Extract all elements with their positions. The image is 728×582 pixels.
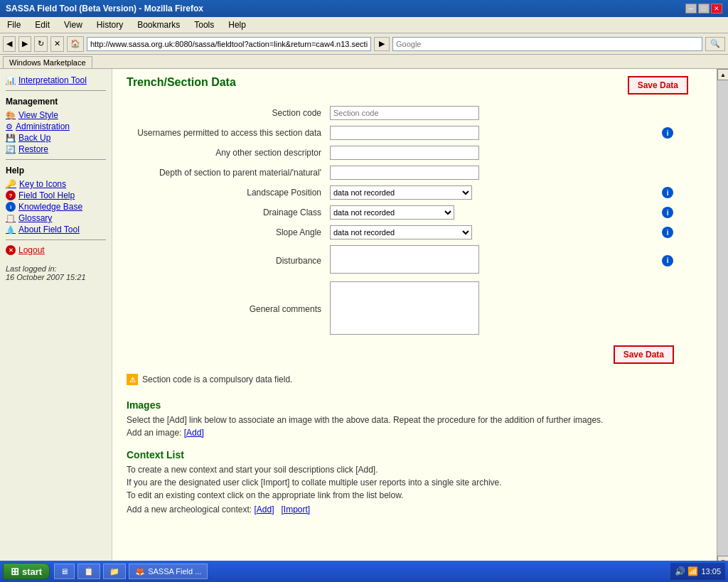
sidebar-item-back-up[interactable]: 💾 Back Up — [6, 132, 106, 144]
depth-input[interactable] — [330, 166, 479, 180]
key-icon: 🔑 — [6, 179, 16, 189]
minimize-button[interactable]: ─ — [685, 4, 697, 14]
section-code-label: Section code — [127, 103, 326, 123]
backup-icon: 💾 — [6, 134, 16, 143]
drainage-class-label: Drainage Class — [127, 203, 326, 222]
divider-1 — [6, 90, 106, 91]
sidebar-item-key-to-icons[interactable]: 🔑 Key to Icons — [6, 178, 106, 190]
search-input[interactable] — [392, 37, 702, 51]
general-comments-label: General comments — [127, 279, 326, 340]
back-button[interactable]: ◀ — [3, 36, 16, 52]
context-import-link[interactable]: [Import] — [282, 505, 311, 514]
scrollbar[interactable]: ▲ ▼ — [717, 69, 728, 567]
home-button[interactable]: 🏠 — [67, 36, 84, 52]
context-add-row: Add a new archeological context: [Add] [… — [127, 505, 702, 514]
landscape-row: Landscape Position data not recorded fla… — [127, 183, 702, 203]
form-table: Section code Usernames permitted to acce… — [127, 103, 702, 340]
about-icon: 💧 — [6, 225, 16, 235]
slope-angle-select[interactable]: data not recorded flat (0-1°) gentle (1-… — [330, 225, 472, 239]
palette-icon: 🎨 — [6, 111, 16, 120]
chart-icon: 📊 — [6, 76, 16, 85]
add-image-text: Add an image: — [127, 428, 181, 438]
usernames-info-icon[interactable]: i — [662, 127, 673, 139]
general-comments-input[interactable] — [330, 281, 479, 335]
landscape-position-label: Landscape Position — [127, 183, 326, 203]
scroll-up-button[interactable]: ▲ — [717, 69, 728, 80]
address-input[interactable] — [87, 37, 371, 51]
taskbar-items: 🖥 📋 📁 🦊 SASSA Field ... — [54, 564, 208, 579]
menu-bookmarks[interactable]: Bookmarks — [133, 18, 184, 31]
taskbar-icon-1[interactable]: 🖥 — [54, 564, 75, 579]
browser-toolbar: ◀ ▶ ↻ ✕ 🏠 ▶ 🔍 — [0, 33, 728, 55]
menu-tools[interactable]: Tools — [190, 18, 218, 31]
context-add-text: Add a new archeological context: — [127, 505, 252, 514]
sidebar-item-field-tool-help[interactable]: ? Field Tool Help — [6, 190, 106, 201]
depth-row: Depth of section to parent material/'nat… — [127, 163, 702, 183]
start-button[interactable]: ⊞ start — [3, 563, 50, 580]
gear-icon: ⚙ — [6, 122, 13, 131]
sidebar-item-administration[interactable]: ⚙ Administration — [6, 121, 106, 132]
forward-button[interactable]: ▶ — [18, 36, 31, 52]
sidebar-item-interpretation-tool[interactable]: 📊 Interpretation Tool — [6, 75, 106, 86]
warning-icon: ⚠ — [127, 374, 138, 385]
disturbance-info-icon[interactable]: i — [662, 255, 673, 266]
taskbar-icon-3[interactable]: 📁 — [103, 564, 126, 579]
scroll-track[interactable] — [717, 80, 728, 556]
sidebar-item-about-field-tool[interactable]: 💧 About Field Tool — [6, 224, 106, 235]
address-bar: ▶ — [87, 37, 390, 51]
stop-button[interactable]: ✕ — [50, 36, 64, 52]
menu-view[interactable]: View — [60, 18, 87, 31]
content-area: Save Data Trench/Section Data Section co… — [112, 69, 717, 567]
menu-bar: File Edit View History Bookmarks Tools H… — [0, 17, 728, 33]
sidebar-item-restore[interactable]: 🔄 Restore — [6, 144, 106, 155]
taskbar-time: 13:05 — [701, 567, 721, 576]
main-layout: 📊 Interpretation Tool Management 🎨 View … — [0, 69, 728, 567]
tab-windows-marketplace[interactable]: Windows Marketplace — [3, 56, 92, 68]
save-button-bottom[interactable]: Save Data — [614, 345, 674, 364]
context-desc-3: To edit an existing context click on the… — [127, 490, 702, 500]
disturbance-input[interactable] — [330, 245, 479, 274]
warning-text: Section code is a compulsory data field. — [142, 374, 292, 384]
other-descriptor-input[interactable] — [330, 146, 479, 160]
depth-label: Depth of section to parent material/'nat… — [127, 163, 326, 183]
landscape-info-icon[interactable]: i — [662, 187, 673, 198]
context-add-link[interactable]: [Add] — [254, 505, 274, 514]
general-comments-row: General comments — [127, 279, 702, 340]
section-code-input[interactable] — [330, 106, 479, 120]
usernames-input[interactable] — [330, 126, 479, 140]
drainage-info-icon[interactable]: i — [662, 207, 673, 218]
slope-info-icon[interactable]: i — [662, 227, 673, 238]
tabs-bar: Windows Marketplace — [0, 55, 728, 69]
add-image-link[interactable]: [Add] — [184, 428, 204, 438]
reload-button[interactable]: ↻ — [34, 36, 48, 52]
firefox-icon: 🦊 — [135, 567, 145, 576]
sidebar-item-glossary[interactable]: 📋 Glossary — [6, 212, 106, 224]
menu-help[interactable]: Help — [224, 18, 250, 31]
taskbar-icon-small-2: 📋 — [84, 567, 94, 576]
close-button[interactable]: ✕ — [711, 4, 722, 14]
maximize-button[interactable]: □ — [698, 4, 710, 14]
last-logged-section: Last logged in: 16 October 2007 15:21 — [6, 264, 106, 281]
divider-3 — [6, 239, 106, 240]
menu-history[interactable]: History — [92, 18, 127, 31]
save-button-top[interactable]: Save Data — [628, 76, 688, 95]
section-code-row: Section code — [127, 103, 702, 123]
sidebar-item-knowledge-base[interactable]: i Knowledge Base — [6, 201, 106, 212]
sidebar-item-view-style[interactable]: 🎨 View Style — [6, 109, 106, 121]
context-desc-3-text: To edit an existing context click on the… — [127, 490, 404, 500]
context-desc-2: If you are the designated user click [Im… — [127, 478, 702, 487]
search-go-button[interactable]: 🔍 — [705, 37, 725, 51]
context-desc-1: To create a new context and start your s… — [127, 465, 702, 475]
go-button[interactable]: ▶ — [374, 37, 390, 51]
landscape-position-select[interactable]: data not recorded flat gently sloping mo… — [330, 185, 472, 200]
sidebar-item-logout[interactable]: ✕ Logout — [6, 244, 106, 256]
add-image-row: Add an image: [Add] — [127, 428, 702, 438]
window-controls[interactable]: ─ □ ✕ — [685, 4, 722, 14]
menu-edit[interactable]: Edit — [31, 18, 54, 31]
taskbar-firefox-item[interactable]: 🦊 SASSA Field ... — [129, 564, 208, 579]
drainage-class-select[interactable]: data not recorded freely drained imperfe… — [330, 205, 454, 220]
usernames-row: Usernames permitted to access this secti… — [127, 123, 702, 143]
menu-file[interactable]: File — [3, 18, 25, 31]
taskbar-icon-2[interactable]: 📋 — [77, 564, 100, 579]
page-title: Trench/Section Data — [127, 76, 702, 89]
